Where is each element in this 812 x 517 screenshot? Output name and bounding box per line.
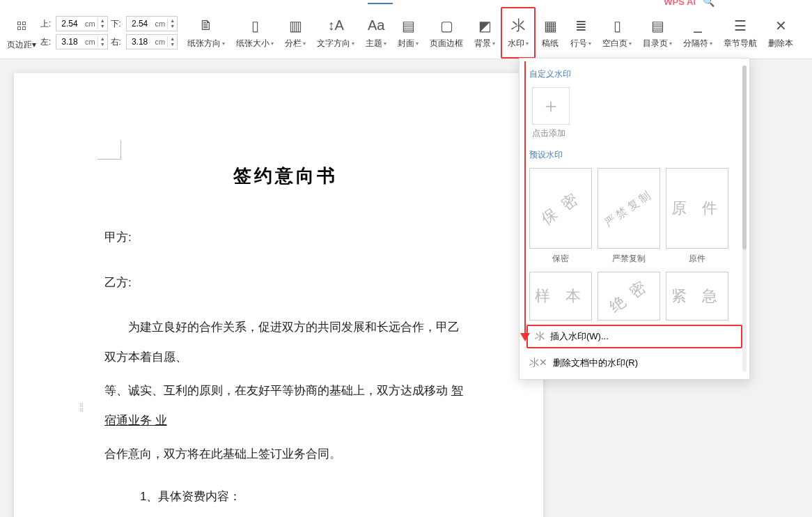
background-icon: ◩ <box>476 17 494 35</box>
paper-size-icon: ▯ <box>246 17 264 35</box>
document-title: 签约意向书 <box>104 164 467 188</box>
chevron-down-icon: ▾ <box>271 40 274 47</box>
insert-watermark-menu[interactable]: 氺插入水印(W)... <box>526 325 742 348</box>
chevron-down-icon: ▾ <box>384 40 387 47</box>
columns-icon: ▥ <box>286 17 304 35</box>
separator-icon: ⎯ <box>689 17 707 35</box>
preset-urgent[interactable]: 紧 急 <box>666 272 728 321</box>
corner-mark <box>97 140 121 160</box>
cover-button[interactable]: ▤封面▾ <box>392 7 424 59</box>
delete-button[interactable]: ✕删除本 <box>763 7 799 59</box>
document-body: 甲方: 乙方: 为建立良好的合作关系，促进双方的共同发展和长远合作，甲乙双方本着… <box>104 223 467 517</box>
preset-watermark-label: 预设水印 <box>520 146 749 165</box>
background-button[interactable]: ◩背景▾ <box>469 7 501 59</box>
text-direction-icon: ↕A <box>327 17 345 35</box>
add-watermark-label: 点击添加 <box>532 128 749 139</box>
watermark-icon: 氺 <box>509 17 527 35</box>
party-a-line: 甲方: <box>104 223 467 253</box>
chevron-down-icon: ▾ <box>352 40 354 47</box>
preset-top-secret[interactable]: 绝 密 <box>598 272 660 321</box>
theme-button[interactable]: Aa主题▾ <box>360 7 392 59</box>
paper-size-button[interactable]: ▯纸张大小▾ <box>231 7 279 59</box>
margin-left-label: 左: <box>40 36 53 48</box>
toc-page-button[interactable]: ▤目录页▾ <box>637 7 678 59</box>
wps-ai-label[interactable]: WPS AI <box>664 0 696 7</box>
margin-top-input[interactable]: cm▲▼ <box>56 16 108 31</box>
margin-bottom-label: 下: <box>111 18 123 30</box>
spinner-up-icon[interactable]: ▲ <box>98 18 107 24</box>
menu-bar: 开始 插入 页面 引用 审阅 视图 工具 会员专享 WPS AI 🔍 <box>0 0 812 7</box>
spinner-down-icon[interactable]: ▼ <box>98 42 107 47</box>
page-border-button[interactable]: ▢页面边框 <box>424 7 469 59</box>
margin-bottom-input[interactable]: cm▲▼ <box>126 16 178 31</box>
search-icon[interactable]: 🔍 <box>703 0 715 7</box>
theme-icon: Aa <box>367 17 385 35</box>
preset-label: 原件 <box>689 253 705 265</box>
party-b-line: 乙方: <box>104 268 467 298</box>
margins-icon <box>11 15 32 36</box>
chevron-down-icon: ▾ <box>526 40 529 47</box>
ribbon: 页边距▾ 上: cm▲▼ 下: cm▲▼ 左: cm▲▼ 右: cm▲▼ 🗎纸张… <box>0 7 812 59</box>
manuscript-icon: ▦ <box>541 17 559 35</box>
add-watermark-tile[interactable]: ＋ <box>532 87 570 125</box>
chevron-down-icon: ▾ <box>222 40 225 47</box>
blank-page-button[interactable]: ▯空白页▾ <box>597 7 637 59</box>
delete-watermark-icon: 氺✕ <box>529 357 547 369</box>
chevron-down-icon: ▾ <box>588 40 591 47</box>
columns-button[interactable]: ▥分栏▾ <box>279 7 311 59</box>
paragraph-1: 为建立良好的合作关系，促进双方的共同发展和长远合作，甲乙双方本着自愿、 <box>104 313 467 372</box>
item-1: 1、具体资费内容： <box>104 482 467 512</box>
drag-handle-icon[interactable]: ⠿⠿ <box>79 404 85 413</box>
cover-icon: ▤ <box>399 17 417 35</box>
chevron-down-icon: ▾ <box>416 40 419 47</box>
page-border-icon: ▢ <box>437 17 455 35</box>
orientation-icon: 🗎 <box>197 17 215 35</box>
manuscript-button[interactable]: ▦稿纸 <box>536 7 565 59</box>
chevron-down-icon: ▾ <box>669 40 672 47</box>
preset-no-copy[interactable]: 严禁复制 <box>598 168 660 249</box>
delete-watermark-menu[interactable]: 氺✕删除文档中的水印(R) <box>520 351 749 375</box>
watermark-button[interactable]: 氺水印▾ <box>501 7 536 59</box>
margin-left-input[interactable]: cm▲▼ <box>56 34 108 49</box>
line-number-icon: ≣ <box>572 17 590 35</box>
margins-label[interactable]: 页边距 <box>7 40 32 49</box>
chevron-down-icon: ▾ <box>303 40 306 47</box>
delete-icon: ✕ <box>772 17 790 35</box>
chapter-nav-icon: ☰ <box>731 17 749 35</box>
spinner-up-icon[interactable]: ▲ <box>98 36 107 42</box>
spinner-down-icon[interactable]: ▼ <box>98 24 107 29</box>
preset-label: 保密 <box>552 253 569 265</box>
margins-group: 页边距▾ 上: cm▲▼ 下: cm▲▼ 左: cm▲▼ 右: cm▲▼ <box>3 7 182 59</box>
spinner-up-icon[interactable]: ▲ <box>168 36 177 42</box>
preset-sample[interactable]: 样 本 <box>529 272 592 321</box>
toc-page-icon: ▤ <box>648 17 666 35</box>
paragraph-1c: 合作意向，双方将在此基础上签订业务合同。 <box>104 440 467 470</box>
orientation-button[interactable]: 🗎纸张方向▾ <box>182 7 231 59</box>
preset-confidential[interactable]: 保 密 <box>529 168 592 249</box>
margin-right-label: 右: <box>111 36 123 48</box>
paragraph-1b: 等、诚实、互利的原则，在友好平等协商的基础上，双方达成移动 智宿通业务 业 <box>104 376 467 435</box>
margin-top-label: 上: <box>40 18 53 30</box>
chevron-down-icon: ▾ <box>32 40 36 49</box>
separator-button[interactable]: ⎯分隔符▾ <box>678 7 718 59</box>
chevron-down-icon: ▾ <box>710 40 712 47</box>
line-number-button[interactable]: ≣行号▾ <box>565 7 597 59</box>
chevron-down-icon: ▾ <box>629 40 632 47</box>
custom-watermark-label: 自定义水印 <box>520 65 749 84</box>
margin-right-input[interactable]: cm▲▼ <box>126 34 178 49</box>
text-direction-button[interactable]: ↕A文字方向▾ <box>311 7 360 59</box>
spinner-down-icon[interactable]: ▼ <box>168 24 177 29</box>
arrow-head-icon <box>520 333 530 341</box>
blank-page-icon: ▯ <box>608 17 626 35</box>
spinner-up-icon[interactable]: ▲ <box>168 18 177 24</box>
spinner-down-icon[interactable]: ▼ <box>168 42 177 47</box>
scrollbar[interactable] <box>742 65 747 372</box>
annotation-arrow <box>524 61 526 334</box>
preset-original[interactable]: 原 件 <box>666 168 728 249</box>
chapter-nav-button[interactable]: ☰章节导航 <box>718 7 763 59</box>
document-page[interactable]: 签约意向书 甲方: 乙方: 为建立良好的合作关系，促进双方的共同发展和长远合作，… <box>14 73 543 517</box>
scrollbar-thumb[interactable] <box>742 65 747 249</box>
preset-label: 严禁复制 <box>612 253 646 265</box>
chevron-down-icon: ▾ <box>492 40 495 47</box>
watermark-dropdown: 自定义水印 ＋ 点击添加 预设水印 保 密保密 严禁复制严禁复制 原 件原件 样… <box>519 58 750 380</box>
